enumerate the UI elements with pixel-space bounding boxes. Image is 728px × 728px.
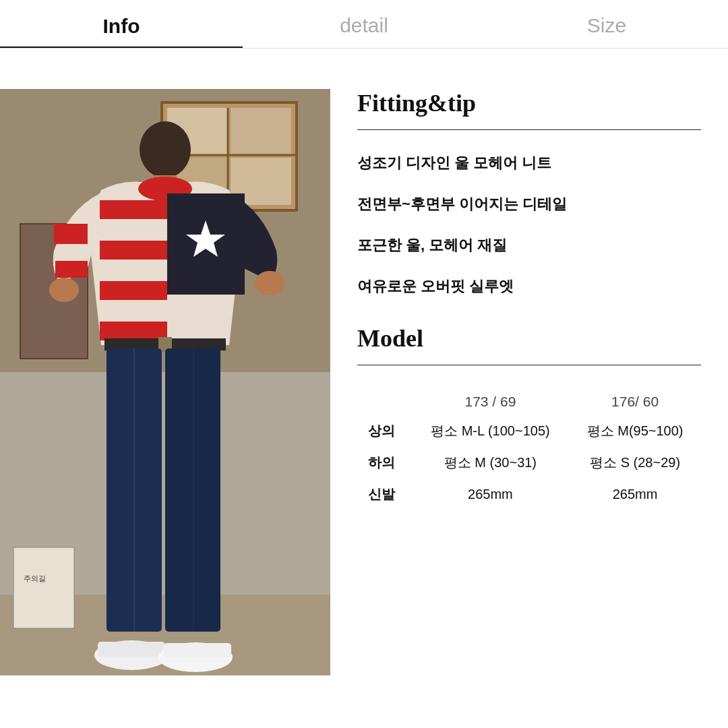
svg-point-38 <box>49 278 79 302</box>
row-top-label: 상의 <box>357 415 412 447</box>
fitting-title: Fitting&tip <box>357 89 701 117</box>
model-title: Model <box>357 324 701 353</box>
table-row: 상의 평소 M-L (100~105) 평소 M(95~100) <box>357 415 701 447</box>
table-row: 신발 265mm 265mm <box>357 479 701 510</box>
row-shoe-col1: 265mm <box>412 479 570 510</box>
svg-point-39 <box>255 271 284 295</box>
tab-info[interactable]: Info <box>0 15 243 48</box>
svg-rect-4 <box>231 108 291 155</box>
col-173-69: 173 / 69 <box>412 387 570 415</box>
fashion-photo: CELLTEC 수입무역 대형 주의길 <box>0 89 330 675</box>
table-row: 하의 평소 M (30~31) 평소 S (28~29) <box>357 447 701 479</box>
fitting-section: Fitting&tip 성조기 디자인 울 모헤어 니트 전면부~후면부 이어지… <box>357 89 701 297</box>
fitting-bullet-1: 성조기 디자인 울 모헤어 니트 <box>357 152 701 174</box>
svg-rect-22 <box>100 281 167 300</box>
row-shoe-label: 신발 <box>357 479 412 510</box>
svg-rect-35 <box>164 643 231 658</box>
right-content: Fitting&tip 성조기 디자인 울 모헤어 니트 전면부~후면부 이어지… <box>330 89 728 728</box>
row-top-col1: 평소 M-L (100~105) <box>412 415 570 447</box>
fitting-bullet-3: 포근한 울, 모헤어 재질 <box>357 234 701 256</box>
svg-rect-37 <box>55 261 88 278</box>
row-top-col2: 평소 M(95~100) <box>569 415 701 447</box>
svg-rect-36 <box>54 224 88 244</box>
row-bottom-col1: 평소 M (30~31) <box>412 447 570 479</box>
svg-rect-15 <box>13 547 74 628</box>
top-navigation: Info detail Size <box>0 0 728 49</box>
model-table: 173 / 69 176/ 60 상의 평소 M-L (100~105) 평소 … <box>357 387 701 510</box>
col-label <box>357 387 412 415</box>
row-bottom-col2: 평소 S (28~29) <box>569 447 701 479</box>
model-section: Model 173 / 69 176/ 60 상의 평소 M-L (100~10… <box>357 324 701 510</box>
model-table-header: 173 / 69 176/ 60 <box>357 387 701 415</box>
svg-point-17 <box>140 121 191 178</box>
row-shoe-col2: 265mm <box>569 479 701 510</box>
tab-detail[interactable]: detail <box>243 14 485 48</box>
main-content: CELLTEC 수입무역 대형 주의길 <box>0 49 728 728</box>
row-bottom-label: 하의 <box>357 447 412 479</box>
fitting-bullet-2: 전면부~후면부 이어지는 디테일 <box>357 193 701 215</box>
tab-size[interactable]: Size <box>485 14 728 48</box>
model-divider <box>357 365 701 365</box>
svg-rect-20 <box>100 200 167 219</box>
col-176-60: 176/ 60 <box>569 387 701 415</box>
svg-rect-21 <box>100 241 167 260</box>
product-image: CELLTEC 수입무역 대형 주의길 <box>0 89 330 675</box>
svg-rect-33 <box>98 642 165 657</box>
fitting-bullet-4: 여유로운 오버핏 실루엣 <box>357 275 701 297</box>
fitting-divider <box>357 129 701 130</box>
svg-text:주의길: 주의길 <box>24 574 46 582</box>
svg-rect-23 <box>100 322 167 340</box>
